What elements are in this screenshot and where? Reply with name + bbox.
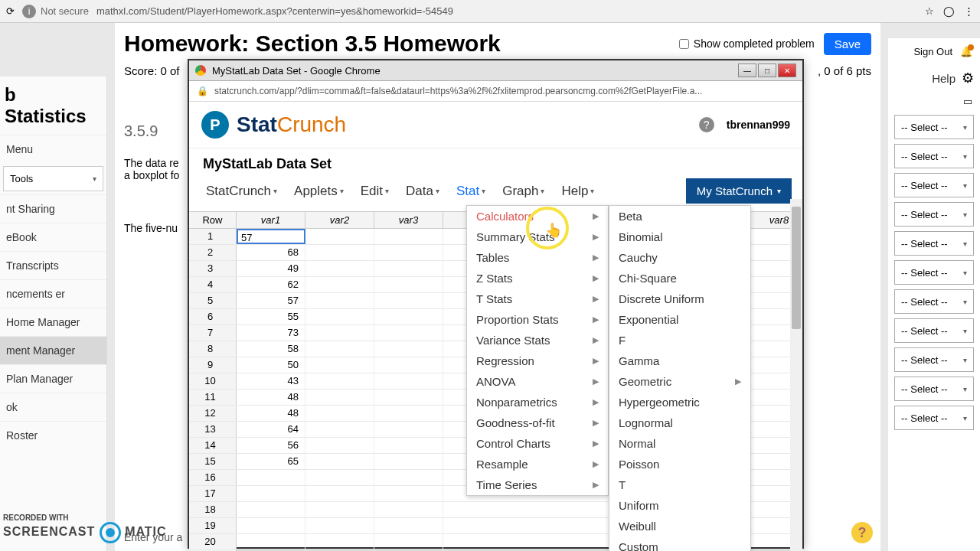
submenu-item[interactable]: Gamma (609, 350, 750, 371)
cell-var2[interactable] (305, 229, 374, 244)
row-number[interactable]: 14 (189, 438, 237, 453)
cell-var3[interactable] (374, 357, 443, 373)
submenu-item[interactable]: Proportion Stats▶ (467, 309, 608, 330)
cell-var3[interactable] (374, 534, 443, 549)
sidebar-item[interactable]: ncements er (0, 279, 106, 308)
cell-var1[interactable]: 43 (237, 373, 305, 389)
cell-var3[interactable] (374, 518, 443, 533)
maximize-button[interactable]: □ (758, 64, 776, 77)
help-link[interactable]: Help (932, 72, 956, 85)
show-completed-input[interactable] (679, 39, 689, 49)
row-number[interactable]: 1 (189, 229, 237, 244)
cell-var1[interactable]: 68 (237, 245, 305, 260)
cell-var2[interactable] (305, 373, 374, 389)
row-number[interactable]: 13 (189, 422, 237, 437)
select-dropdown[interactable]: -- Select --▾ (894, 173, 974, 197)
cell-var1[interactable] (237, 534, 305, 549)
cell-var1[interactable] (237, 470, 305, 485)
row-number[interactable]: 10 (189, 373, 237, 389)
select-dropdown[interactable]: -- Select --▾ (894, 231, 974, 256)
cell-var1[interactable]: 73 (237, 325, 305, 341)
select-dropdown[interactable]: -- Select --▾ (894, 115, 974, 139)
cell-var3[interactable] (374, 309, 443, 324)
cell-var1[interactable]: 56 (237, 438, 305, 453)
save-button[interactable]: Save (824, 33, 871, 55)
cell-var2[interactable] (305, 438, 374, 453)
url-text[interactable]: mathxl.com/Student/PlayerHomework.aspx?c… (96, 5, 453, 17)
submenu-item[interactable]: Discrete Uniform (609, 289, 750, 309)
col-row[interactable]: Row (189, 212, 237, 228)
row-number[interactable]: 5 (189, 293, 237, 308)
cell-var1[interactable] (237, 502, 305, 517)
submenu-item[interactable]: Poisson (609, 454, 750, 474)
cell-var1[interactable]: 57 (237, 293, 305, 308)
row-number[interactable]: 20 (189, 534, 237, 549)
cell-var3[interactable] (374, 261, 443, 276)
show-completed-checkbox[interactable]: Show completed problem (679, 37, 815, 50)
submenu-item[interactable]: Nonparametrics▶ (467, 392, 608, 412)
submenu-item[interactable]: Resample▶ (467, 454, 608, 474)
sidebar-tools[interactable]: Tools ▾ (3, 166, 103, 191)
row-number[interactable]: 7 (189, 325, 237, 341)
cell-var3[interactable] (374, 406, 443, 421)
cell-var3[interactable] (374, 293, 443, 308)
select-dropdown[interactable]: -- Select --▾ (894, 377, 974, 401)
cell-var1[interactable]: 65 (237, 454, 305, 469)
submenu-item[interactable]: Weibull (609, 516, 750, 536)
submenu-item[interactable]: Uniform (609, 495, 750, 516)
cell-var3[interactable] (374, 277, 443, 292)
cell-var3[interactable] (374, 422, 443, 437)
star-icon[interactable]: ☆ (925, 5, 934, 17)
cell-var2[interactable] (305, 245, 374, 260)
submenu-item[interactable]: ANOVA▶ (467, 371, 608, 392)
submenu-item[interactable]: Tables▶ (467, 247, 608, 268)
my-statcrunch-button[interactable]: My StatCrunch▾ (686, 178, 792, 204)
submenu-item[interactable]: Normal (609, 433, 750, 454)
submenu-item[interactable]: Control Charts▶ (467, 433, 608, 454)
cell-var1[interactable] (237, 518, 305, 533)
menu-edit[interactable]: Edit ▾ (354, 181, 395, 202)
select-dropdown[interactable]: -- Select --▾ (894, 260, 974, 285)
submenu-item[interactable]: Regression▶ (467, 350, 608, 371)
cell-var1[interactable]: 64 (237, 422, 305, 437)
popup-url-bar[interactable]: 🔒 statcrunch.com/app/?dlim=comma&ft=fals… (189, 81, 802, 102)
cell-var2[interactable] (305, 293, 374, 308)
select-dropdown[interactable]: -- Select --▾ (894, 347, 974, 372)
submenu-item[interactable]: Hypergeometric (609, 392, 750, 412)
sidebar-item[interactable]: ok (0, 393, 106, 421)
row-number[interactable]: 19 (189, 518, 237, 533)
security-status[interactable]: i Not secure (22, 5, 89, 18)
submenu-item[interactable]: Summary Stats▶ (467, 227, 608, 247)
cell-var3[interactable] (374, 502, 443, 517)
cell-var1[interactable]: 48 (237, 390, 305, 405)
select-dropdown[interactable]: -- Select --▾ (894, 289, 974, 314)
select-dropdown[interactable]: -- Select --▾ (894, 318, 974, 343)
submenu-item[interactable]: Custom (609, 536, 750, 551)
cell-var2[interactable] (305, 261, 374, 276)
select-dropdown[interactable]: -- Select --▾ (894, 406, 974, 430)
submenu-item[interactable]: Exponential (609, 309, 750, 330)
col-var1[interactable]: var1 (237, 212, 305, 228)
submenu-item[interactable]: Goodness-of-fit▶ (467, 412, 608, 433)
cell-var3[interactable] (374, 245, 443, 260)
cell-var2[interactable] (305, 486, 374, 501)
cell-var2[interactable] (305, 502, 374, 517)
submenu-item[interactable]: Chi-Square (609, 268, 750, 289)
cell-var2[interactable] (305, 277, 374, 292)
cell-var3[interactable] (374, 454, 443, 469)
row-number[interactable]: 4 (189, 277, 237, 292)
submenu-item[interactable]: Geometric▶ (609, 371, 750, 392)
cell-var2[interactable] (305, 309, 374, 324)
cell-var1[interactable]: 50 (237, 357, 305, 373)
cell-var3[interactable] (374, 438, 443, 453)
cell-var2[interactable] (305, 390, 374, 405)
popup-titlebar[interactable]: MyStatLab Data Set - Google Chrome — □ ✕ (189, 60, 802, 81)
submenu-item[interactable]: Binomial (609, 227, 750, 247)
cell-var2[interactable] (305, 406, 374, 421)
cell-var2[interactable] (305, 534, 374, 549)
cell-var1[interactable]: 58 (237, 341, 305, 357)
menu-statcrunch[interactable]: StatCrunch ▾ (200, 181, 283, 202)
cell-var1[interactable] (237, 486, 305, 501)
submenu-item[interactable]: Variance Stats▶ (467, 330, 608, 350)
grid-scrollbar[interactable] (790, 199, 802, 551)
